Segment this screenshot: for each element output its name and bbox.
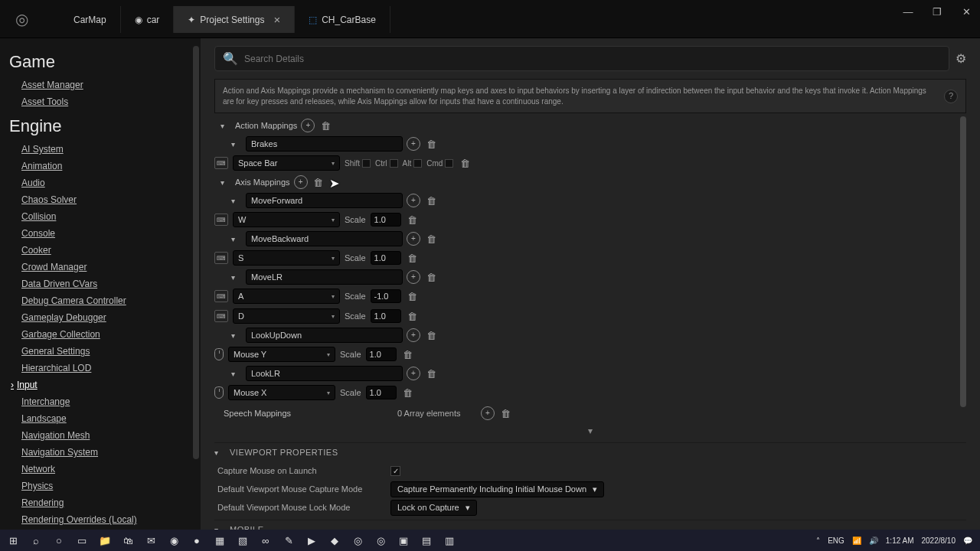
- add-binding-button[interactable]: +: [407, 194, 420, 207]
- key-selector[interactable]: D▾: [233, 308, 340, 324]
- scale-input[interactable]: [371, 289, 401, 303]
- app-icon[interactable]: ●: [185, 530, 208, 550]
- cortana-icon[interactable]: ○: [47, 530, 70, 550]
- key-selector[interactable]: Mouse Y▾: [228, 347, 335, 362]
- sidebar-item-navigation-mesh[interactable]: Navigation Mesh: [9, 427, 191, 444]
- tab-ch-carbase[interactable]: ⬚ CH_CarBase: [295, 6, 390, 33]
- sidebar-item-asset-manager[interactable]: Asset Manager: [9, 77, 191, 93]
- sidebar-item-chaos-solver[interactable]: Chaos Solver: [9, 191, 191, 208]
- sidebar-item-collision[interactable]: Collision: [9, 208, 191, 225]
- expand-icon[interactable]: ▾: [231, 370, 242, 378]
- tray-up-icon[interactable]: ˄: [816, 536, 820, 545]
- unreal-icon[interactable]: ◎: [369, 530, 392, 550]
- mouse-icon[interactable]: [214, 386, 224, 399]
- sidebar-item-audio[interactable]: Audio: [9, 174, 191, 191]
- lock-mode-select[interactable]: Lock on Capture ▾: [390, 500, 477, 516]
- scale-input[interactable]: [366, 347, 397, 361]
- sidebar-item-rendering[interactable]: Rendering: [9, 494, 191, 511]
- sidebar-item-gameplay-debugger[interactable]: Gameplay Debugger: [9, 309, 191, 326]
- key-selector[interactable]: A▾: [233, 289, 340, 304]
- search-box[interactable]: 🔍: [214, 46, 949, 71]
- delete-action-mapping-button[interactable]: 🗑: [318, 119, 332, 132]
- expand-icon[interactable]: ▾: [231, 235, 242, 243]
- cmd-checkbox[interactable]: [445, 159, 453, 168]
- sidebar-item-debug-camera-controller[interactable]: Debug Camera Controller: [9, 292, 191, 309]
- keyboard-icon[interactable]: ⌨: [214, 157, 228, 169]
- ctrl-checkbox[interactable]: [390, 159, 398, 168]
- add-binding-button[interactable]: +: [407, 137, 420, 151]
- chrome-icon[interactable]: ◉: [162, 530, 185, 550]
- key-selector[interactable]: S▾: [233, 250, 340, 266]
- sidebar-item-rendering-overrides[interactable]: Rendering Overrides (Local): [9, 511, 191, 528]
- axis-name-input[interactable]: [246, 328, 403, 343]
- app-icon[interactable]: ▣: [392, 530, 415, 550]
- add-binding-button[interactable]: +: [407, 270, 420, 284]
- app-icon[interactable]: ▤: [415, 530, 438, 550]
- search-button[interactable]: ⌕: [24, 530, 47, 550]
- delete-binding-button[interactable]: 🗑: [401, 386, 415, 399]
- sidebar-item-cooker[interactable]: Cooker: [9, 242, 191, 259]
- delete-mapping-button[interactable]: 🗑: [424, 328, 438, 342]
- sidebar-item-crowd-manager[interactable]: Crowd Manager: [9, 259, 191, 276]
- axis-name-input[interactable]: [246, 231, 403, 246]
- tab-close-icon[interactable]: ×: [273, 13, 280, 26]
- axis-name-input[interactable]: [246, 269, 403, 285]
- vs-icon[interactable]: ∞: [254, 530, 277, 550]
- close-button[interactable]: ✕: [956, 3, 977, 20]
- content-scrollbar[interactable]: [960, 116, 966, 407]
- sidebar-item-network[interactable]: Network: [9, 461, 191, 478]
- add-speech-button[interactable]: +: [481, 406, 495, 420]
- delete-binding-button[interactable]: 🗑: [406, 309, 420, 323]
- mouse-icon[interactable]: [214, 348, 224, 360]
- delete-axis-mapping-button[interactable]: 🗑: [312, 175, 325, 189]
- tray-volume-icon[interactable]: 🔊: [869, 536, 878, 545]
- explorer-icon[interactable]: 📁: [93, 530, 116, 550]
- key-selector[interactable]: W▾: [233, 212, 340, 227]
- expand-icon[interactable]: ▾: [214, 448, 225, 457]
- app-icon[interactable]: ▦: [208, 530, 231, 550]
- sidebar-item-console[interactable]: Console: [9, 225, 191, 242]
- start-button[interactable]: ⊞: [2, 530, 24, 550]
- sidebar-item-input[interactable]: Input: [9, 377, 191, 393]
- delete-binding-button[interactable]: 🗑: [406, 251, 420, 265]
- keyboard-icon[interactable]: ⌨: [214, 214, 228, 226]
- key-selector[interactable]: Mouse X▾: [228, 385, 335, 400]
- scale-input[interactable]: [371, 251, 401, 265]
- add-axis-mapping-button[interactable]: +: [294, 175, 308, 189]
- key-selector[interactable]: Space Bar ▾: [233, 155, 340, 171]
- app-icon[interactable]: ✎: [277, 530, 300, 550]
- app-icon[interactable]: ◆: [323, 530, 346, 550]
- tray-time[interactable]: 1:12 AM: [886, 536, 914, 545]
- sidebar-item-navigation-system[interactable]: Navigation System: [9, 444, 191, 461]
- sidebar-item-asset-tools[interactable]: Asset Tools: [9, 93, 191, 110]
- action-name-input[interactable]: [246, 136, 403, 152]
- delete-binding-button[interactable]: 🗑: [406, 289, 420, 303]
- delete-mapping-button[interactable]: 🗑: [424, 367, 438, 380]
- sidebar-item-hierarchical-lod[interactable]: Hierarchical LOD: [9, 360, 191, 377]
- viewport-section-header[interactable]: ▾ VIEWPORT PROPERTIES: [214, 442, 966, 461]
- help-icon[interactable]: ?: [944, 90, 958, 103]
- minimize-button[interactable]: —: [897, 3, 919, 20]
- sidebar-scrollbar[interactable]: [193, 46, 199, 459]
- tab-car[interactable]: ◉ car: [121, 6, 175, 33]
- tray-date[interactable]: 2022/8/10: [922, 536, 956, 545]
- sidebar-item-interchange[interactable]: Interchange: [9, 393, 191, 410]
- app-icon[interactable]: ▥: [438, 530, 461, 550]
- expand-icon[interactable]: ▾: [231, 273, 242, 282]
- tab-project-settings[interactable]: ✦ Project Settings ×: [174, 6, 295, 33]
- task-view-icon[interactable]: ▭: [70, 530, 93, 550]
- keyboard-icon[interactable]: ⌨: [214, 310, 228, 322]
- capture-mouse-checkbox[interactable]: ✓: [390, 466, 400, 476]
- delete-mapping-button[interactable]: 🗑: [424, 137, 438, 151]
- store-icon[interactable]: 🛍: [116, 530, 139, 550]
- tray-wifi-icon[interactable]: 📶: [852, 536, 861, 545]
- delete-speech-button[interactable]: 🗑: [498, 406, 512, 420]
- add-action-mapping-button[interactable]: +: [301, 119, 315, 132]
- delete-mapping-button[interactable]: 🗑: [424, 232, 438, 246]
- delete-binding-button[interactable]: 🗑: [406, 213, 420, 227]
- tab-carmap[interactable]: CarMap: [60, 6, 121, 33]
- sidebar-item-landscape[interactable]: Landscape: [9, 410, 191, 427]
- expand-icon[interactable]: ▾: [220, 122, 231, 130]
- keyboard-icon[interactable]: ⌨: [214, 252, 228, 264]
- mobile-section-header[interactable]: ▾ MOBILE: [214, 520, 966, 530]
